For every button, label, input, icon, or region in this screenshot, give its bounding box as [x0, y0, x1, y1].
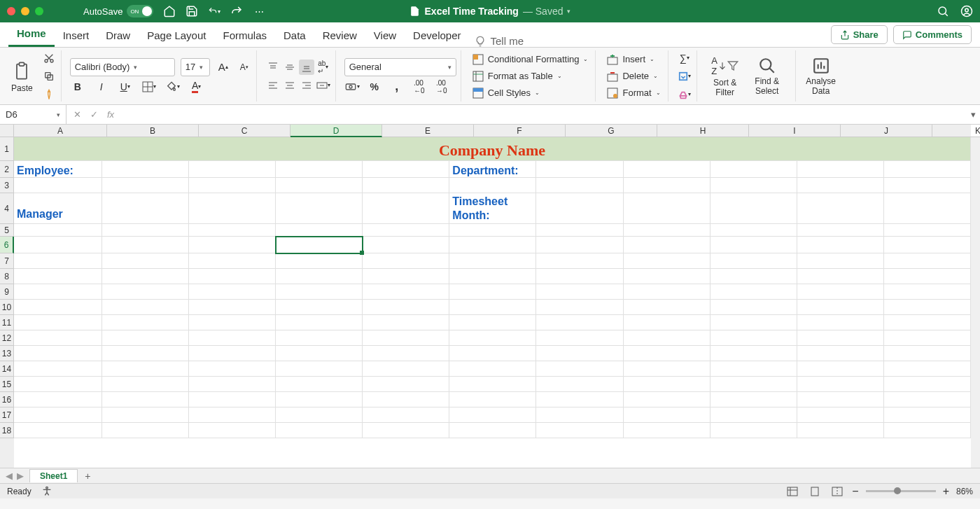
- cell-C5[interactable]: [189, 224, 276, 237]
- column-header-H[interactable]: H: [657, 125, 749, 137]
- cell-G9[interactable]: [536, 284, 623, 300]
- horizontal-scrollbar[interactable]: [101, 472, 977, 480]
- cell-H16[interactable]: [624, 392, 710, 407]
- cell-G13[interactable]: [536, 346, 623, 361]
- cell-J17[interactable]: [797, 407, 884, 423]
- cell-F17[interactable]: [449, 407, 536, 423]
- cell-E17[interactable]: [363, 407, 449, 423]
- cell-H13[interactable]: [624, 346, 710, 361]
- cell-A8[interactable]: [14, 269, 102, 284]
- cell-D6[interactable]: [276, 237, 363, 253]
- cell-G17[interactable]: [536, 407, 623, 423]
- cell-I11[interactable]: [710, 315, 797, 330]
- cell-E16[interactable]: [363, 392, 449, 407]
- cell-C17[interactable]: [189, 407, 276, 423]
- cell-J7[interactable]: [797, 253, 884, 269]
- cell-D12[interactable]: [276, 330, 363, 346]
- confirm-formula-button[interactable]: ✓: [88, 109, 100, 120]
- delete-cells-button[interactable]: Delete ⌄: [604, 69, 663, 83]
- cell-D18[interactable]: [276, 423, 363, 438]
- copy-button[interactable]: [41, 69, 57, 84]
- cell-G16[interactable]: [536, 392, 623, 407]
- clear-button[interactable]: ▾: [677, 87, 692, 102]
- cell-K9[interactable]: [884, 284, 971, 300]
- cell-B8[interactable]: [102, 269, 189, 284]
- fill-color-button[interactable]: ▾: [165, 79, 181, 95]
- row-header-6[interactable]: 6: [0, 237, 14, 253]
- cell-H3[interactable]: [624, 178, 710, 193]
- row-header-4[interactable]: 4: [0, 193, 14, 224]
- fill-button[interactable]: ▾: [677, 69, 692, 84]
- row-header-11[interactable]: 11: [0, 315, 14, 330]
- column-header-K[interactable]: K: [932, 125, 980, 137]
- cell-K17[interactable]: [884, 407, 971, 423]
- cell-E10[interactable]: [363, 300, 449, 315]
- cell-D4[interactable]: [276, 193, 363, 224]
- vertical-scrollbar[interactable]: [971, 137, 980, 468]
- cell-A10[interactable]: [14, 300, 102, 315]
- column-header-A[interactable]: A: [14, 125, 107, 137]
- align-middle-button[interactable]: [282, 60, 298, 75]
- cell-A9[interactable]: [14, 284, 102, 300]
- cell-I9[interactable]: [710, 284, 797, 300]
- row-header-10[interactable]: 10: [0, 300, 14, 315]
- cell-F14[interactable]: [449, 361, 536, 377]
- cell-D11[interactable]: [276, 315, 363, 330]
- cell-J8[interactable]: [797, 269, 884, 284]
- cell-F11[interactable]: [449, 315, 536, 330]
- cell-D8[interactable]: [276, 269, 363, 284]
- row-header-5[interactable]: 5: [0, 224, 14, 237]
- document-title[interactable]: Excel Time Tracking — Saved ▾: [410, 6, 571, 17]
- decrease-font-button[interactable]: A▾: [237, 60, 252, 75]
- autosum-button[interactable]: ∑▾: [677, 50, 692, 66]
- cell-F6[interactable]: [449, 237, 536, 253]
- cell-H5[interactable]: [624, 224, 710, 237]
- normal-view-button[interactable]: [785, 485, 800, 498]
- cell-J3[interactable]: [797, 178, 884, 193]
- cell-H6[interactable]: [624, 237, 710, 253]
- italic-button[interactable]: I: [94, 79, 109, 95]
- cell-D13[interactable]: [276, 346, 363, 361]
- cell-K15[interactable]: [884, 377, 971, 392]
- cell-I14[interactable]: [710, 361, 797, 377]
- font-name-dropdown[interactable]: Calibri (Body)▾: [70, 58, 175, 76]
- decrease-decimal-button[interactable]: .00→0: [434, 79, 449, 95]
- cell-C14[interactable]: [189, 361, 276, 377]
- cell-E11[interactable]: [363, 315, 449, 330]
- zoom-slider[interactable]: [866, 490, 936, 492]
- row-header-3[interactable]: 3: [0, 178, 14, 193]
- cell-F3[interactable]: [449, 178, 536, 193]
- cell-B18[interactable]: [102, 423, 189, 438]
- cell-F9[interactable]: [449, 284, 536, 300]
- cell-K5[interactable]: [884, 224, 971, 237]
- cell-C18[interactable]: [189, 423, 276, 438]
- prev-sheet-button[interactable]: ◀: [6, 470, 13, 481]
- cell-B7[interactable]: [102, 253, 189, 269]
- sort-filter-button[interactable]: AZ Sort & Filter: [706, 54, 745, 99]
- cell-J12[interactable]: [797, 330, 884, 346]
- fx-button[interactable]: fx: [104, 109, 117, 120]
- cell-H9[interactable]: [624, 284, 710, 300]
- cell-E14[interactable]: [363, 361, 449, 377]
- cell-K2[interactable]: [884, 161, 971, 178]
- formula-input[interactable]: [121, 105, 966, 124]
- cell-J6[interactable]: [797, 237, 884, 253]
- undo-icon[interactable]: ▾: [208, 5, 220, 18]
- cell-J11[interactable]: [797, 315, 884, 330]
- cell-I8[interactable]: [710, 269, 797, 284]
- cell-F5[interactable]: [449, 224, 536, 237]
- cell-H7[interactable]: [624, 253, 710, 269]
- cell-A17[interactable]: [14, 407, 102, 423]
- cell-K12[interactable]: [884, 330, 971, 346]
- page-break-view-button[interactable]: [830, 485, 845, 498]
- redo-icon[interactable]: [230, 5, 243, 18]
- cell-I10[interactable]: [710, 300, 797, 315]
- cell-H2[interactable]: [624, 161, 710, 178]
- cell-C2[interactable]: [189, 161, 276, 178]
- next-sheet-button[interactable]: ▶: [17, 470, 24, 481]
- cell-F15[interactable]: [449, 377, 536, 392]
- cell-B15[interactable]: [102, 377, 189, 392]
- cell-K13[interactable]: [884, 346, 971, 361]
- cell-K3[interactable]: [884, 178, 971, 193]
- cell-A15[interactable]: [14, 377, 102, 392]
